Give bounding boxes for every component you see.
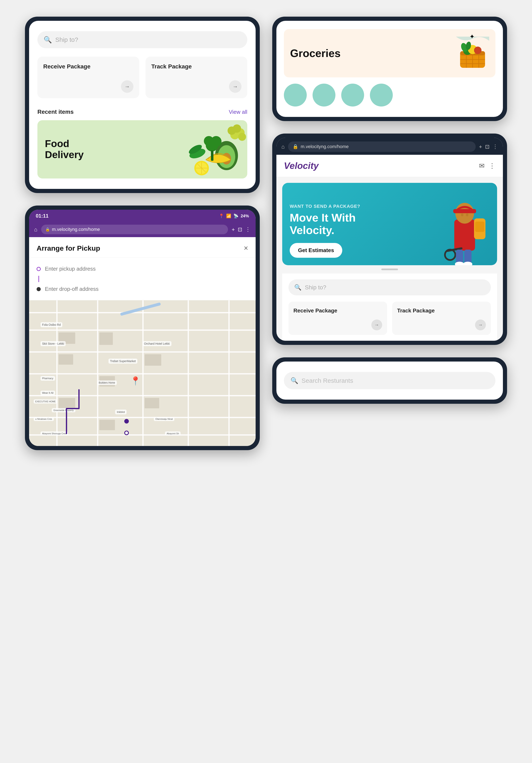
vel-track-card[interactable]: Track Package →: [392, 302, 491, 335]
dropoff-input[interactable]: [45, 286, 248, 292]
vel-receive-arrow[interactable]: →: [371, 319, 382, 330]
svg-rect-33: [453, 209, 476, 213]
view-all-link[interactable]: View all: [229, 109, 247, 115]
svg-rect-31: [454, 219, 475, 251]
route-svg: [29, 300, 256, 446]
origin-pin: 📍: [130, 376, 141, 386]
restaurant-search-icon: 🔍: [291, 377, 298, 384]
vel-track-arrow[interactable]: →: [475, 319, 486, 330]
arrange-close-button[interactable]: ×: [244, 244, 248, 253]
tabs-icon[interactable]: ⊡: [238, 226, 242, 233]
vel-header-icons: ✉ ⋮: [479, 162, 495, 170]
vel-mail-icon[interactable]: ✉: [479, 162, 485, 170]
category-circle-2[interactable]: [312, 84, 335, 106]
food-banner-text: FoodDelivery: [38, 132, 91, 166]
vel-search-bar[interactable]: 🔍 Ship to?: [289, 279, 491, 295]
location-icon: 📍: [219, 213, 224, 218]
svg-point-7: [238, 133, 246, 141]
svg-rect-11: [211, 151, 214, 161]
map-view: Fola Osibo Rd Skit Store - Lekki Trebet …: [29, 300, 256, 446]
map-browser-bar: ⌂ 🔒 m.velocityng.com/home + ⊡ ⋮: [29, 222, 256, 237]
food-banner-title: FoodDelivery: [45, 138, 84, 161]
recent-header: Recent items View all: [38, 109, 247, 115]
restaurant-screen: 🔍 Search Resturants: [276, 362, 503, 399]
pickup-dot: [37, 267, 41, 271]
pickup-input[interactable]: [45, 266, 248, 272]
vel-browser-actions: + ⊡ ⋮: [479, 144, 498, 150]
vel-home-icon[interactable]: ⌂: [281, 144, 285, 150]
sparkle-icon: ✦: [470, 33, 475, 40]
phone-frame-3: 01:11 📍 📶 📡 24% ⌂ 🔒 m.velocityng.com/hom…: [25, 205, 260, 450]
url-bar-map[interactable]: 🔒 m.velocityng.com/home: [41, 225, 228, 234]
search-icon-1: 🔍: [44, 36, 52, 44]
route-dest-dot: [124, 419, 129, 423]
track-card-arrow[interactable]: →: [229, 80, 241, 93]
vel-receive-card[interactable]: Receive Package →: [289, 302, 387, 335]
category-circle-4[interactable]: [370, 84, 393, 106]
velocity-hero: WANT TO SEND A PACKAGE? Move It WithVelo…: [282, 183, 497, 265]
vel-search-placeholder: Ship to?: [305, 284, 326, 291]
svg-point-10: [211, 136, 222, 147]
status-bar: 01:11 📍 📶 📡 24%: [29, 210, 256, 222]
category-circle-3[interactable]: [341, 84, 364, 106]
vel-receive-title: Receive Package: [294, 307, 382, 314]
status-icons: 📍 📶 📡 24%: [219, 213, 249, 218]
browser-home-icon[interactable]: ⌂: [34, 226, 38, 233]
action-cards: Receive Package → Track Package →: [38, 56, 247, 98]
address-inputs: [29, 258, 256, 300]
dropoff-dot: [37, 287, 41, 291]
status-time: 01:11: [36, 213, 48, 219]
delivery-person-illustration: [442, 190, 488, 265]
map-background: Fola Osibo Rd Skit Store - Lekki Trebet …: [29, 300, 256, 446]
vel-get-estimates-button[interactable]: Get Estimates: [290, 243, 342, 258]
food-illustration: [185, 120, 247, 178]
category-circles: [276, 84, 503, 117]
phone-frame-1: 🔍 Ship to? Receive Package → Track Packa…: [25, 17, 260, 193]
vel-search-section: 🔍 Ship to? Receive Package → Track Packa…: [282, 273, 497, 341]
groceries-card: Groceries ✦: [284, 29, 495, 77]
receive-package-card[interactable]: Receive Package →: [38, 56, 139, 98]
category-circle-1[interactable]: [284, 84, 307, 106]
svg-point-28: [474, 47, 482, 54]
arrange-header: Arrange for Pickup ×: [29, 237, 256, 258]
add-tab-icon[interactable]: +: [232, 226, 235, 233]
vel-more-icon[interactable]: ⋮: [489, 162, 495, 170]
browser-actions-map: + ⊡ ⋮: [232, 226, 251, 233]
track-package-card[interactable]: Track Package →: [145, 56, 247, 98]
signal-icon: 📡: [233, 213, 238, 218]
groceries-title: Groceries: [290, 47, 341, 59]
svg-point-6: [227, 127, 236, 135]
battery-icon: 24%: [241, 214, 249, 218]
receive-card-title: Receive Package: [43, 63, 133, 70]
phone-screen-1: 🔍 Ship to? Receive Package → Track Packa…: [29, 21, 256, 189]
scroll-indicator: [381, 269, 398, 270]
receive-card-arrow[interactable]: →: [121, 80, 133, 93]
vel-add-tab[interactable]: +: [479, 144, 482, 150]
vel-url-text: m.velocityng.com/home: [301, 144, 349, 149]
velocity-logo: Velocity: [284, 161, 318, 171]
phone-screen-3: 01:11 📍 📶 📡 24% ⌂ 🔒 m.velocityng.com/hom…: [29, 210, 256, 446]
search-bar-1[interactable]: 🔍 Ship to?: [38, 31, 247, 48]
track-card-title: Track Package: [151, 63, 241, 70]
arrange-title: Arrange for Pickup: [37, 244, 100, 252]
restaurant-search-bar[interactable]: 🔍 Search Resturants: [284, 372, 495, 389]
vel-url-bar[interactable]: 🔒 m.velocityng.com/home: [288, 142, 476, 152]
menu-icon[interactable]: ⋮: [245, 226, 251, 233]
groceries-frame: Groceries ✦: [272, 17, 507, 121]
svg-rect-37: [475, 222, 485, 232]
velocity-app-header: Velocity ✉ ⋮: [276, 155, 503, 177]
vel-lock-icon: 🔒: [293, 144, 298, 149]
vel-hero-subtitle: WANT TO SEND A PACKAGE?: [290, 204, 440, 209]
vel-menu[interactable]: ⋮: [492, 144, 498, 150]
basket-illustration: [456, 37, 489, 70]
vel-tabs[interactable]: ⊡: [485, 144, 489, 150]
velocity-frame: ⌂ 🔒 m.velocityng.com/home + ⊡ ⋮ Velocity: [272, 134, 507, 345]
groceries-screen: Groceries ✦: [276, 21, 503, 117]
svg-point-34: [461, 213, 463, 216]
velocity-screen: ⌂ 🔒 m.velocityng.com/home + ⊡ ⋮ Velocity: [276, 138, 503, 341]
search-placeholder-1: Ship to?: [55, 36, 78, 43]
pickup-row: [37, 262, 248, 276]
vel-search-icon: 🔍: [294, 284, 302, 291]
vel-track-title: Track Package: [397, 307, 486, 314]
vel-hero-text: WANT TO SEND A PACKAGE? Move It WithVelo…: [290, 204, 440, 265]
